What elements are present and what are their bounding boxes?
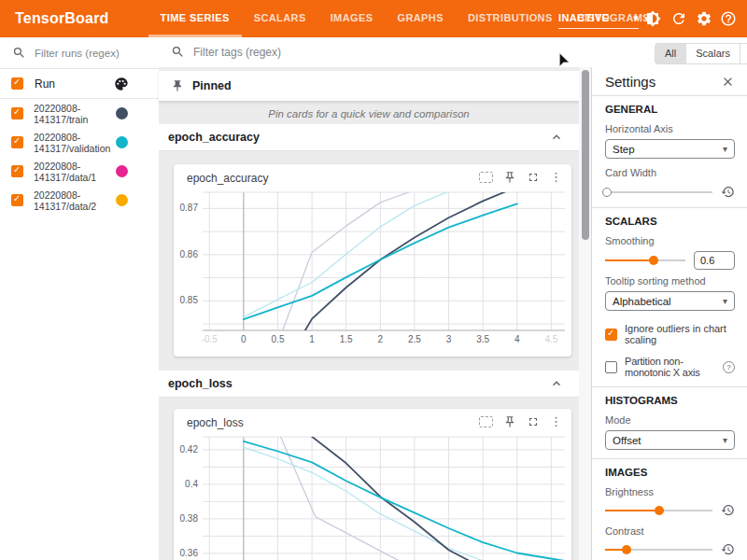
fullscreen-icon[interactable] xyxy=(527,415,540,428)
pinned-title: Pinned xyxy=(192,79,232,92)
search-icon xyxy=(12,46,26,60)
select-all-runs-checkbox[interactable] xyxy=(11,77,23,90)
run-checkbox[interactable] xyxy=(11,107,23,119)
run-checkbox[interactable] xyxy=(11,165,23,177)
help-icon[interactable]: ? xyxy=(723,361,735,373)
run-label-line2: 141317/validation xyxy=(34,143,110,154)
run-row-data-2[interactable]: 20220808-141317/data/2 xyxy=(0,186,159,215)
svg-text:-0.5: -0.5 xyxy=(202,334,218,344)
fit-domain-icon[interactable] xyxy=(479,416,493,427)
line-chart-epoch-loss[interactable]: 0.360.380.40.42-0.500.511.522.533.544.5 xyxy=(175,433,571,560)
svg-text:2: 2 xyxy=(378,334,384,344)
smoothing-label: Smoothing xyxy=(605,235,735,246)
brightness-slider[interactable] xyxy=(605,503,712,517)
tab-distributions[interactable]: DISTRIBUTIONS xyxy=(456,0,565,37)
app-header: TensorBoard TIME SERIES SCALARS IMAGES G… xyxy=(0,0,747,37)
section-heading: IMAGES xyxy=(605,467,735,478)
card-width-slider[interactable] xyxy=(605,185,712,199)
svg-text:4.5: 4.5 xyxy=(544,334,557,344)
tags-filter-input[interactable]: Filter tags (regex) xyxy=(171,45,281,59)
gear-icon[interactable] xyxy=(696,10,712,27)
more-options-icon[interactable]: ⋮ xyxy=(550,171,562,184)
card-width-label: Card Width xyxy=(605,167,735,178)
run-color-dot[interactable] xyxy=(116,165,128,177)
theme-brightness-icon[interactable] xyxy=(644,10,661,27)
svg-text:0.5: 0.5 xyxy=(272,334,285,344)
pin-icon[interactable] xyxy=(503,171,516,184)
partition-x-checkbox-row[interactable]: Partition non-monotonic X axis ? xyxy=(605,356,735,378)
svg-text:0.85: 0.85 xyxy=(180,295,199,305)
slider-knob[interactable] xyxy=(649,256,658,265)
tab-time-series[interactable]: TIME SERIES xyxy=(148,0,242,37)
run-row-data-1[interactable]: 20220808-141317/data/1 xyxy=(0,157,159,186)
ignore-outliers-checkbox-row[interactable]: Ignore outliers in chart scaling xyxy=(605,323,735,345)
slider-knob[interactable] xyxy=(655,506,664,515)
main-scrollbar[interactable] xyxy=(579,67,591,560)
card-title: epoch_loss xyxy=(187,416,244,429)
section-header-epoch-accuracy[interactable]: epoch_accuracy xyxy=(159,124,579,151)
run-row-validation[interactable]: 20220808-141317/validation xyxy=(0,128,159,157)
search-icon xyxy=(171,45,185,59)
run-label-line1: 20220808- xyxy=(34,161,80,172)
scalar-card-epoch-loss: epoch_loss ⋮ 0.360.380.40.42-0.500.511.5… xyxy=(174,409,571,560)
run-checkbox[interactable] xyxy=(11,136,23,148)
section-header-epoch-loss[interactable]: epoch_loss xyxy=(159,371,579,398)
scrollbar-thumb[interactable] xyxy=(582,70,589,240)
contrast-label: Contrast xyxy=(605,525,735,537)
smoothing-value-input[interactable]: 0.6 xyxy=(694,251,735,270)
tooltip-sorting-select[interactable]: Alphabetical ▾ xyxy=(605,291,735,311)
svg-text:2.5: 2.5 xyxy=(408,334,421,344)
run-label-line1: 20220808- xyxy=(34,103,80,114)
tab-scalars[interactable]: SCALARS xyxy=(242,0,318,37)
histogram-mode-select[interactable]: Offset ▾ xyxy=(605,430,735,450)
fullscreen-icon[interactable] xyxy=(527,171,540,184)
status-label: INACTIVE xyxy=(558,12,610,23)
ignore-outliers-checkbox[interactable] xyxy=(605,329,617,341)
app-logo: TensorBoard xyxy=(15,10,109,27)
brightness-label: Brightness xyxy=(605,486,735,497)
reset-icon[interactable] xyxy=(721,542,735,556)
help-icon[interactable] xyxy=(720,10,737,27)
slider-knob[interactable] xyxy=(602,188,612,197)
run-label-line2: 141317/data/1 xyxy=(34,172,96,183)
section-heading: GENERAL xyxy=(605,104,735,115)
run-label-line1: 20220808- xyxy=(34,132,80,143)
run-color-dot[interactable] xyxy=(116,194,128,206)
tab-graphs[interactable]: GRAPHS xyxy=(385,0,455,37)
partition-x-checkbox[interactable] xyxy=(605,361,617,373)
reset-icon[interactable] xyxy=(721,185,735,199)
refresh-icon[interactable] xyxy=(670,10,687,27)
run-row-train[interactable]: 20220808-141317/train xyxy=(0,99,159,128)
pin-icon[interactable] xyxy=(503,415,516,428)
settings-section-general: GENERAL Horizontal Axis Step ▾ Card Widt… xyxy=(592,96,747,208)
slider-knob[interactable] xyxy=(622,545,631,554)
line-chart-epoch-accuracy[interactable]: 0.850.860.87-0.500.511.522.533.544.5 xyxy=(175,189,571,351)
pinned-section-header: Pinned xyxy=(159,71,579,101)
fit-domain-icon[interactable] xyxy=(479,172,493,183)
chevron-up-icon[interactable] xyxy=(549,130,564,145)
more-options-icon[interactable]: ⋮ xyxy=(550,415,562,428)
contrast-slider[interactable] xyxy=(605,542,712,556)
run-label-line1: 20220808- xyxy=(34,189,80,201)
section-heading: SCALARS xyxy=(605,216,735,227)
checkbox-label: Ignore outliers in chart scaling xyxy=(625,323,735,345)
run-color-dot[interactable] xyxy=(116,136,128,148)
run-label-line2: 141317/train xyxy=(34,114,88,125)
svg-text:0.36: 0.36 xyxy=(180,548,199,558)
run-checkbox[interactable] xyxy=(11,194,23,206)
svg-text:0.86: 0.86 xyxy=(180,249,199,259)
palette-icon[interactable] xyxy=(114,77,129,91)
runs-filter-input[interactable]: Filter runs (regex) xyxy=(0,37,159,69)
settings-section-scalars: SCALARS Smoothing 0.6 Tooltip sorting me… xyxy=(592,208,747,387)
filter-chip-image[interactable]: Image xyxy=(740,43,747,64)
filter-chip-scalars[interactable]: Scalars xyxy=(686,43,740,64)
run-color-dot[interactable] xyxy=(116,107,128,119)
status-dropdown[interactable]: INACTIVE ▾ xyxy=(558,7,639,29)
chevron-up-icon[interactable] xyxy=(549,376,564,391)
filter-chip-all[interactable]: All xyxy=(655,43,686,64)
reset-icon[interactable] xyxy=(721,503,735,517)
close-icon[interactable] xyxy=(721,75,735,89)
smoothing-slider[interactable] xyxy=(605,253,685,267)
horizontal-axis-select[interactable]: Step ▾ xyxy=(605,139,735,159)
tab-images[interactable]: IMAGES xyxy=(318,0,386,37)
